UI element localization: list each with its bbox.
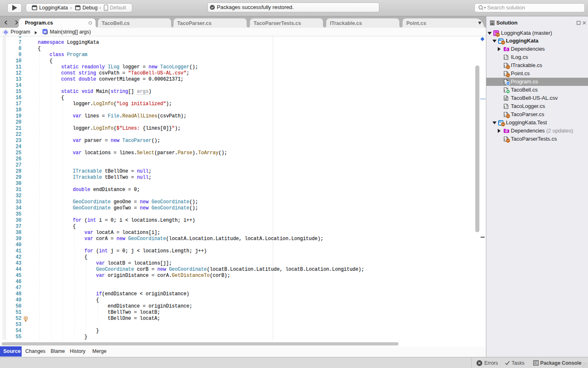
svg-text:M: M <box>43 30 46 34</box>
svg-text:C: C <box>4 31 7 34</box>
